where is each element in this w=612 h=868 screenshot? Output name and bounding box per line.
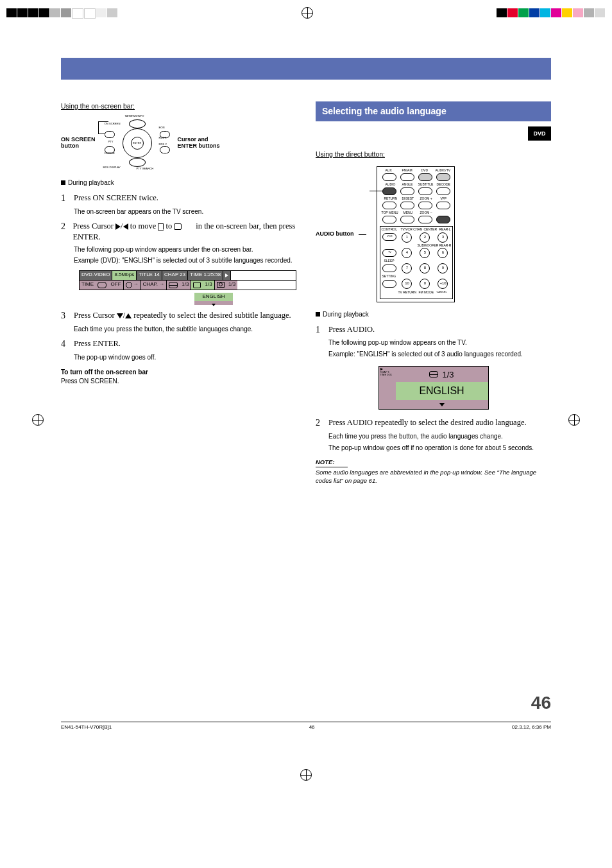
step3-body: Each time you press the button, the subt…	[74, 325, 296, 334]
during-playback-label-2: During playback	[323, 310, 369, 319]
digest-button-icon	[400, 202, 414, 209]
repeat-icon	[98, 282, 106, 288]
onscreen-bar-example: DVD-VIDEO 8.5Mbps TITLE 14 CHAP 23 TIME …	[79, 270, 296, 305]
flmode-button-icon	[436, 216, 450, 223]
popup-count-label: 1/3	[442, 369, 454, 381]
section-title: Selecting the audio language	[316, 101, 551, 121]
popup-down-arrow-icon	[439, 403, 445, 406]
callout-cursor-enter: Cursor andENTER buttons	[178, 137, 220, 150]
osd-audio-cell: 1/3	[167, 281, 191, 290]
audio-popup-icon	[429, 371, 438, 378]
square-bullet-icon	[61, 180, 65, 185]
highlight-marker-icon	[158, 223, 164, 230]
osd-bitrate: 8.5Mbps	[112, 271, 137, 280]
step4-body: The pop-up window goes off.	[74, 353, 296, 362]
note-text: Some audio languages are abbreviated in …	[316, 469, 551, 485]
setting-button-icon	[382, 280, 396, 288]
r-step1-head: Press AUDIO.	[328, 324, 375, 335]
dvd-button-icon	[418, 173, 432, 181]
step2-body2: Example (DVD): "ENGLISH" is selected out…	[74, 256, 296, 265]
fmam-button-icon	[400, 173, 414, 181]
remote-control-diagram: AUX FM/AM DVD AUDIO/TV AUDIO ANGLE SUBTI…	[377, 166, 455, 302]
step1-head: Press ON SCREEN twice.	[74, 193, 158, 204]
dvd-badge: DVD	[528, 126, 551, 141]
diagram-label-ptysearch: PTY SEARCH	[137, 167, 154, 171]
angle-button-icon	[400, 187, 414, 195]
step2-body1: The following pop-up window appears unde…	[74, 245, 296, 254]
osd-chap-num: CHAP 23	[162, 271, 188, 280]
decode-button-icon	[436, 187, 450, 195]
step-number-1: 1	[61, 193, 70, 205]
subtitle-slot-icon	[174, 223, 182, 230]
audiotv-button-icon	[436, 173, 450, 181]
diagram-label-rdsdisp: RDS DISPLAY	[103, 166, 121, 169]
step-number-2: 2	[61, 221, 69, 243]
osd-angle-cell: 1/3	[215, 281, 237, 290]
footer-timestamp: 02.3.12, 6:36 PM	[512, 724, 551, 730]
subtitle-button-icon	[418, 187, 432, 195]
note-label: NOTE:	[316, 458, 348, 467]
osd-chapjump-cell: CHAP.→	[141, 281, 167, 290]
turnoff-body: Press ON SCREEN.	[61, 377, 296, 386]
osd-popup-language: ENGLISH	[194, 293, 233, 301]
return-button-icon	[382, 202, 396, 209]
r-step-number-2: 2	[316, 417, 325, 430]
step-number-4: 4	[61, 338, 70, 351]
topmenu-button-icon	[382, 216, 396, 223]
imposition-footer: EN41-54TH-V70R[B]1 46 02.3.12, 6:36 PM	[61, 722, 551, 730]
turnoff-head: To turn off the on-screen bar	[61, 368, 296, 377]
osd-play-icon-cell	[223, 271, 231, 280]
menu-button-icon	[400, 216, 414, 223]
during-playback-label: During playback	[68, 178, 114, 187]
osd-timejump-cell: →	[124, 281, 141, 290]
r-step1-body2: Example: "ENGLISH" is selected out of 3 …	[328, 350, 551, 359]
audio-channel-icon	[169, 282, 178, 288]
subtitle-icon	[193, 282, 201, 288]
play-icon	[225, 273, 228, 277]
cursor-down-icon	[117, 313, 123, 318]
popup-language-label: ENGLISH	[396, 382, 488, 400]
registration-top	[0, 0, 612, 26]
vcr-button-icon: VCR	[382, 233, 396, 241]
zoom-plus-button-icon	[418, 202, 432, 209]
registration-bottom	[0, 762, 612, 788]
clock-icon	[126, 282, 132, 288]
register-target-icon	[302, 7, 313, 19]
osd-title-num: TITLE 14	[137, 271, 162, 280]
left-subheading: Using the on-screen bar:	[61, 101, 296, 110]
footer-doc-id: EN41-54TH-V70R[B]1	[61, 724, 112, 730]
sleep-button-icon	[382, 265, 396, 272]
diagram-label-top: TA/NEWS/INFO	[125, 114, 144, 118]
osd-subtitle-cell: 1/3	[191, 281, 214, 290]
osd-time: TIME 1:25:58	[188, 271, 223, 280]
dropdown-arrow-icon	[212, 304, 216, 306]
aux-button-icon	[382, 173, 396, 181]
tv-button-icon: TV	[382, 249, 396, 257]
vfp-button-icon	[436, 202, 450, 209]
callout-audio-button: AUDIO button	[316, 231, 353, 238]
zoom-minus-button-icon	[418, 216, 432, 223]
cursor-left-icon	[123, 223, 128, 230]
callout-on-screen: ON SCREENbutton	[61, 137, 96, 150]
step4-head: Press ENTER.	[74, 338, 121, 349]
r-step-number-1: 1	[316, 324, 325, 336]
square-bullet-icon-2	[316, 312, 320, 317]
left-column: Using the on-screen bar: ON SCREENbutton…	[61, 101, 296, 715]
nav-pad-diagram: ON SCREENbutton TA/NEWS/INFO ON SCREEN P…	[61, 114, 296, 172]
popup-play-icon	[380, 368, 383, 370]
audio-popup-example: CHAP 1TIME 0:01 1/3 ENGLISH	[378, 366, 489, 410]
step2-head: Press Cursor / to move to in the on-scre…	[72, 221, 296, 243]
page-number: 46	[316, 691, 551, 715]
r-step2-body1: Each time you press the button, the audi…	[328, 432, 551, 441]
step-number-3: 3	[61, 310, 70, 322]
enter-button-icon: ENTER	[131, 137, 144, 150]
step3-head: Press Cursor / repeatedly to select the …	[74, 310, 291, 321]
step1-body: The on-screen bar appears on the TV scre…	[74, 207, 296, 216]
osd-time-cell: TIME OFF	[80, 281, 124, 290]
right-column: Selecting the audio language DVD Using t…	[316, 101, 551, 715]
r-step2-body2: The pop-up window goes off if no operati…	[328, 444, 551, 453]
register-target-icon-bottom	[300, 769, 312, 781]
cursor-right-icon	[115, 223, 121, 230]
angle-icon	[217, 282, 225, 288]
right-subheading: Using the direct button:	[316, 150, 551, 159]
